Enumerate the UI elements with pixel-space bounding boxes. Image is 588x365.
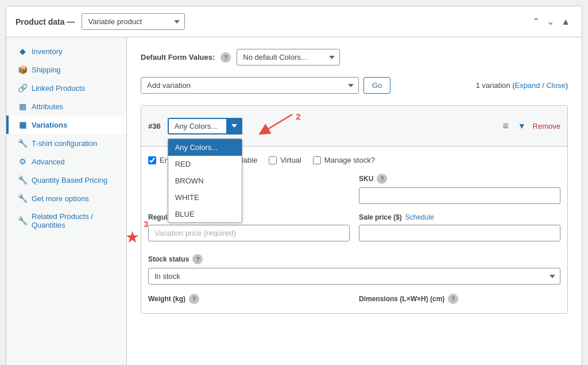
enabled-checkbox[interactable] bbox=[148, 156, 156, 164]
sku-help-icon[interactable]: ? bbox=[377, 174, 387, 184]
manage-stock-checkbox-label[interactable]: Manage stock? bbox=[313, 156, 375, 164]
sale-price-input[interactable] bbox=[359, 225, 560, 241]
sidebar-item-tshirt-configuration[interactable]: 🔧 T-shirt configuration bbox=[6, 134, 126, 152]
variations-icon: ▦ bbox=[18, 120, 27, 129]
more-options-icon: 🔧 bbox=[18, 194, 27, 203]
weight-help-icon[interactable]: ? bbox=[189, 294, 199, 304]
sale-price-field-group: Sale price ($) Schedule bbox=[359, 213, 560, 245]
content-area: Default Form Values: ? No default Colors… bbox=[127, 37, 582, 365]
sidebar-item-variations[interactable]: ▦ Variations bbox=[6, 116, 126, 134]
related-products-icon: 🔧 bbox=[18, 216, 27, 225]
color-option-brown[interactable]: BROWN bbox=[168, 172, 242, 189]
advanced-icon: ⚙ bbox=[18, 157, 27, 166]
stock-status-row: Stock status ? In stock bbox=[148, 254, 560, 285]
dimensions-field-group: Dimensions (L×W×H) (cm) ? bbox=[359, 294, 560, 304]
sku-field-group: SKU ? bbox=[359, 174, 560, 204]
product-data-header: Product data — Variable product ⌃ ⌄ ▲ bbox=[6, 6, 582, 37]
stock-status-select[interactable]: In stock bbox=[148, 268, 560, 285]
variation-menu-button[interactable]: ≡ bbox=[500, 118, 511, 135]
color-select-wrapper: Any Colors... Any Colors... RED BROWN WH… bbox=[168, 118, 242, 135]
color-option-white[interactable]: WHITE bbox=[168, 189, 242, 206]
default-colors-select[interactable]: No default Colors... bbox=[237, 49, 340, 66]
sku-input[interactable] bbox=[359, 187, 560, 204]
stock-status-help-icon[interactable]: ? bbox=[192, 254, 203, 264]
sidebar-item-advanced[interactable]: ⚙ Advanced bbox=[6, 152, 126, 171]
dimensions-label: Dimensions (L×W×H) (cm) ? bbox=[359, 294, 560, 304]
expand-button[interactable]: ▲ bbox=[559, 14, 572, 29]
collapse-up-button[interactable]: ⌃ bbox=[530, 14, 542, 29]
expand-link[interactable]: Expand bbox=[514, 81, 540, 90]
color-option-red[interactable]: RED bbox=[168, 156, 242, 172]
shipping-icon: 📦 bbox=[18, 65, 27, 74]
dimensions-help-icon[interactable]: ? bbox=[448, 294, 458, 304]
sidebar-item-related-products[interactable]: 🔧 Related Products / Quantities bbox=[6, 208, 126, 234]
variation-number: #36 bbox=[148, 122, 161, 130]
go-button[interactable]: Go bbox=[363, 77, 390, 94]
schedule-link[interactable]: Schedule bbox=[405, 213, 434, 221]
attributes-icon: ▦ bbox=[18, 102, 27, 111]
add-variation-row: Add variation Go 1 variation (Expand / C… bbox=[141, 77, 568, 94]
sidebar-item-shipping[interactable]: 📦 Shipping bbox=[6, 60, 126, 79]
sku-label: SKU ? bbox=[359, 174, 560, 184]
sidebar-item-inventory[interactable]: ◆ Inventory bbox=[6, 42, 126, 60]
variation-remove-button[interactable]: Remove bbox=[533, 122, 560, 130]
regular-price-input[interactable] bbox=[148, 225, 350, 241]
weight-label: Weight (kg) ? bbox=[148, 294, 350, 304]
header-controls: ⌃ ⌄ ▲ bbox=[530, 14, 572, 29]
inventory-icon: ◆ bbox=[18, 47, 27, 56]
manage-stock-checkbox[interactable] bbox=[313, 156, 321, 164]
variation-count: 1 variation (Expand / Close) bbox=[476, 81, 568, 90]
stock-status-label: Stock status ? bbox=[148, 254, 560, 264]
tshirt-icon: 🔧 bbox=[18, 139, 27, 148]
variation-header-actions: ≡ ▼ Remove bbox=[500, 118, 560, 135]
sidebar: ◆ Inventory 📦 Shipping 🔗 Linked Products… bbox=[6, 37, 127, 365]
virtual-checkbox[interactable] bbox=[269, 156, 277, 164]
variation-expand-button[interactable]: ▼ bbox=[516, 119, 528, 133]
variation-block: #36 Any Colors... Any Colors... RED bbox=[141, 105, 568, 314]
product-data-title: Product data — bbox=[16, 17, 75, 26]
product-type-select[interactable]: Variable product bbox=[82, 13, 185, 30]
color-option-blue[interactable]: BLUE bbox=[168, 206, 242, 222]
weight-dimensions-row: Weight (kg) ? Dimensions (L×W×H) (cm) ? bbox=[148, 294, 560, 304]
sidebar-item-linked-products[interactable]: 🔗 Linked Products bbox=[6, 79, 126, 97]
color-dropdown: Any Colors... RED BROWN WHITE BLUE bbox=[168, 139, 242, 223]
sidebar-item-get-more-options[interactable]: 🔧 Get more options bbox=[6, 189, 126, 208]
sale-price-label: Sale price ($) Schedule bbox=[359, 213, 560, 221]
add-variation-select[interactable]: Add variation bbox=[141, 77, 359, 94]
default-form-row: Default Form Values: ? No default Colors… bbox=[141, 49, 568, 66]
default-form-help-icon[interactable]: ? bbox=[220, 52, 231, 63]
qty-pricing-icon: 🔧 bbox=[18, 175, 27, 185]
color-option-any[interactable]: Any Colors... bbox=[168, 139, 242, 156]
weight-field-group: Weight (kg) ? bbox=[148, 294, 350, 304]
collapse-down-button[interactable]: ⌄ bbox=[544, 14, 556, 29]
main-layout: ◆ Inventory 📦 Shipping 🔗 Linked Products… bbox=[6, 37, 582, 365]
virtual-checkbox-label[interactable]: Virtual bbox=[269, 156, 301, 164]
variation-header: #36 Any Colors... Any Colors... RED bbox=[141, 106, 567, 147]
default-form-label: Default Form Values: bbox=[141, 53, 215, 62]
close-link[interactable]: Close bbox=[546, 81, 565, 90]
sidebar-item-quantity-based-pricing[interactable]: 🔧 Quantity Based Pricing bbox=[6, 171, 126, 189]
sidebar-item-attributes[interactable]: ▦ Attributes bbox=[6, 97, 126, 116]
link-icon: 🔗 bbox=[18, 83, 27, 93]
color-select-arrow[interactable] bbox=[226, 118, 242, 135]
